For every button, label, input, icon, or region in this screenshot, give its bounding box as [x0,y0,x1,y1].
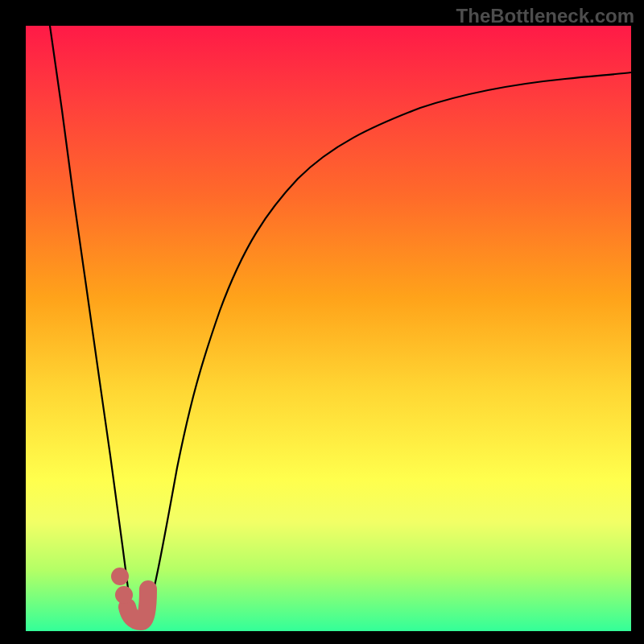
curve-right-branch [147,72,631,619]
marker-dot-lower [115,586,133,604]
marker-dot-upper [111,568,129,585]
plot-area [26,26,631,631]
curve-left-branch [50,26,132,619]
watermark-text: TheBottleneck.com [456,5,634,27]
chart-frame: TheBottleneck.com [0,0,644,644]
curve-layer [26,26,631,631]
